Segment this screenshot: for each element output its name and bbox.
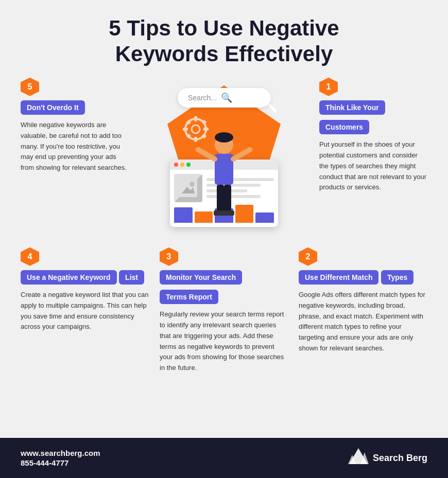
hero-col: Search... 🔍 — [134, 78, 314, 232]
tip-3-card: 3 Monitor Your Search Terms Report Regul… — [160, 247, 288, 374]
tip-3-description: Regularly review your search terms repor… — [160, 309, 288, 374]
tip-5-label: Don't Overdo It — [21, 100, 85, 115]
svg-rect-26 — [223, 210, 234, 216]
svg-line-17 — [268, 104, 275, 111]
browser-maximize-dot — [186, 163, 191, 167]
search-icon: 🔍 — [221, 92, 232, 103]
tip-5-badge: 5 — [21, 78, 39, 96]
tip-5-card: 5 Don't Overdo It While negative keyword… — [21, 78, 129, 173]
chart-bar-5 — [255, 213, 274, 223]
svg-rect-20 — [215, 154, 233, 185]
svg-rect-3 — [194, 116, 197, 121]
tip-1-card: 1 Think Like Your Customers Put yourself… — [319, 78, 427, 193]
bottom-section: 4 Use a Negative Keyword List Create a n… — [21, 247, 427, 374]
mountain-icon — [348, 447, 369, 469]
footer-contact: www.searchberg.com 855-444-4777 — [21, 449, 100, 467]
person-figure — [193, 129, 255, 232]
footer-website: www.searchberg.com — [21, 449, 100, 457]
tip-4-description: Create a negative keyword list that you … — [21, 290, 149, 332]
svg-line-21 — [198, 150, 215, 159]
tip-1-label-line2: Customers — [319, 120, 369, 134]
svg-line-22 — [233, 150, 250, 159]
svg-rect-5 — [183, 128, 188, 131]
tip-2-badge: 2 — [299, 247, 317, 266]
hero-search-bar: Search... 🔍 — [178, 88, 270, 108]
top-section: 5 Don't Overdo It While negative keyword… — [21, 78, 427, 232]
footer-logo: Search Berg — [348, 447, 427, 469]
tip-4-card: 4 Use a Negative Keyword List Create a n… — [21, 247, 149, 332]
tip-2-label-line2: Types — [381, 270, 413, 285]
search-text: Search... — [188, 94, 217, 102]
footer-logo-text: Search Berg — [373, 453, 427, 464]
tip-4-badge: 4 — [21, 247, 39, 266]
hero-illustration: Search... 🔍 — [157, 78, 291, 232]
tip-4-label-line1: Use a Negative Keyword — [21, 270, 117, 285]
tip-3-label-line2: Terms Report — [160, 290, 218, 304]
tip-1-label-line1: Think Like Your — [319, 100, 385, 115]
content-area: 5 Tips to Use Negative Keywords Effectiv… — [0, 0, 448, 438]
tip-2-card: 2 Use Different Match Types Google Ads o… — [299, 247, 427, 354]
tip-5-description: While negative keywords are valuable, be… — [21, 120, 129, 173]
main-container: 5 Tips to Use Negative Keywords Effectiv… — [0, 0, 448, 478]
svg-point-19 — [215, 132, 233, 143]
tip-2-label-line1: Use Different Match — [299, 270, 378, 285]
page-title: 5 Tips to Use Negative Keywords Effectiv… — [21, 15, 427, 67]
tip-2-description: Google Ads offers different match types … — [299, 290, 427, 354]
chart-bar-1 — [174, 207, 193, 223]
tip-4-label-line2: List — [119, 270, 144, 285]
footer: www.searchberg.com 855-444-4777 Search B… — [0, 438, 448, 478]
tip-3-label-line1: Monitor Your Search — [160, 270, 242, 285]
svg-rect-23 — [217, 185, 224, 213]
browser-close-dot — [174, 163, 178, 167]
tip-3-badge: 3 — [160, 247, 178, 266]
svg-rect-24 — [224, 185, 231, 213]
browser-minimize-dot — [180, 163, 184, 167]
tip-1-description: Put yourself in the shoes of your potent… — [319, 139, 427, 193]
tip-1-badge: 1 — [319, 78, 338, 96]
footer-phone: 855-444-4777 — [21, 458, 100, 467]
